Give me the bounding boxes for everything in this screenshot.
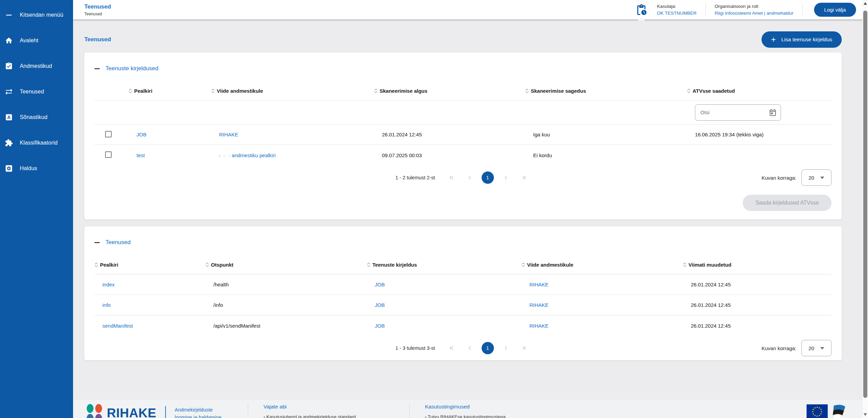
sidebar-item-collapse-menu[interactable]: Kitsendan menüü bbox=[0, 2, 73, 28]
filter-row bbox=[95, 101, 831, 124]
column-header-skaneerimise-algus[interactable]: Skaneerimise algus bbox=[374, 88, 525, 100]
column-label: Viimati muudetud bbox=[688, 262, 731, 268]
dataset-link[interactable]: RIHAKE bbox=[529, 282, 549, 287]
service-link[interactable]: sendManifest bbox=[102, 323, 133, 329]
brand-tagline: Andmekirjeldusteloomine ja haldamine bbox=[175, 406, 222, 418]
help-title[interactable]: Vajate abi bbox=[264, 404, 409, 410]
service-description-link[interactable]: JOB bbox=[137, 132, 146, 137]
column-header-viide[interactable]: Viide andmestikule bbox=[211, 88, 374, 100]
app-window: Kitsendan menüü Avaleht Andmestikud Teen… bbox=[0, 0, 868, 418]
row-checkbox[interactable] bbox=[105, 151, 112, 158]
column-header-viimati-muudetud[interactable]: Viimati muudetud bbox=[683, 262, 831, 274]
card-title[interactable]: Teenuste kirjeldused bbox=[105, 65, 158, 72]
endpoint-cell: /health bbox=[205, 282, 367, 287]
sidebar-item-label: Klassifikaatorid bbox=[20, 140, 58, 146]
clipboard-clock-icon bbox=[635, 4, 648, 16]
scrollbar-thumb[interactable] bbox=[863, 11, 867, 398]
table-row[interactable]: sendManifest /api/v1/sendManifest JOB RI… bbox=[95, 315, 831, 336]
scan-start-cell: 26.01.2024 12:45 bbox=[374, 132, 525, 137]
next-page-icon[interactable] bbox=[499, 171, 512, 184]
dataset-link[interactable]: t ·–· andmestiku pealkiri bbox=[219, 152, 275, 158]
add-button-label: Lisa teenuse kirjeldus bbox=[781, 36, 832, 43]
logout-button[interactable]: Logi välja bbox=[814, 3, 856, 17]
home-icon bbox=[4, 36, 13, 45]
calendar-icon[interactable] bbox=[769, 108, 777, 118]
last-page-icon[interactable] bbox=[517, 341, 531, 355]
prev-page-icon[interactable] bbox=[463, 171, 477, 184]
logo-dots-icon bbox=[87, 404, 102, 418]
scroll-up-icon[interactable] bbox=[864, 2, 867, 5]
first-page-icon[interactable] bbox=[445, 171, 458, 184]
page-number-button[interactable]: 1 bbox=[482, 171, 494, 184]
last-modified-cell: 26.01.2024 12:45 bbox=[683, 323, 831, 329]
sort-icon bbox=[522, 263, 525, 267]
sidebar-item-avaleht[interactable]: Avaleht bbox=[0, 28, 73, 53]
results-summary: 1 - 2 tulemust 2-st bbox=[395, 175, 435, 180]
table-header-row: Pealkiri Otspunkt Teenuste kirjeldus Vii… bbox=[95, 249, 831, 274]
letter-a-icon: A bbox=[4, 113, 13, 122]
column-header-skaneerimise-sagedus[interactable]: Skaneerimise sagedus bbox=[525, 88, 687, 100]
column-header-atvsse-saadetud[interactable]: ATVsse saadetud bbox=[687, 88, 831, 100]
page-number-button[interactable]: 1 bbox=[482, 342, 494, 354]
add-service-description-button[interactable]: + Lisa teenuse kirjeldus bbox=[762, 31, 842, 48]
svg-text:A: A bbox=[7, 115, 11, 120]
results-summary: 1 - 3 tulemust 3-st bbox=[395, 345, 435, 351]
table-row[interactable]: index /health JOB RIHAKE 26.01.2024 12:4… bbox=[95, 274, 831, 295]
per-page-select[interactable]: 20 bbox=[801, 340, 831, 356]
column-label: Otspunkt bbox=[211, 262, 233, 268]
user-label: Kasutaja: bbox=[657, 4, 697, 9]
services-card: Teenused Pealkiri Otspunkt Teenuste kirj… bbox=[84, 226, 842, 360]
sidebar-item-andmestikud[interactable]: Andmestikud bbox=[0, 53, 73, 79]
terms-title[interactable]: Kasutustingimused bbox=[425, 404, 807, 410]
sidebar-item-klassifikaatorid[interactable]: Klassifikaatorid bbox=[0, 130, 73, 155]
blurred-prefix: t ·– bbox=[219, 154, 226, 158]
sort-icon bbox=[683, 263, 686, 267]
clipboard-check-icon bbox=[4, 62, 13, 71]
send-to-atv-button[interactable]: Saada kirjeldused ATVsse bbox=[743, 195, 831, 211]
service-description-link[interactable]: JOB bbox=[375, 323, 385, 329]
collapse-section-icon[interactable] bbox=[95, 242, 100, 243]
eu-flag-icon bbox=[807, 404, 828, 418]
help-link[interactable]: › Kasutusjuhend ja andmekirjelduse stand… bbox=[264, 414, 409, 418]
table-row[interactable]: test t ·–· andmestiku pealkiri 09.07.202… bbox=[95, 145, 831, 165]
search-input[interactable] bbox=[695, 104, 781, 121]
service-description-link[interactable]: test bbox=[137, 152, 145, 158]
column-header-teenuste-kirjeldus[interactable]: Teenuste kirjeldus bbox=[367, 262, 522, 274]
dataset-link[interactable]: RIHAKE bbox=[529, 302, 549, 308]
per-page-select[interactable]: 20 bbox=[801, 169, 831, 186]
column-header-otspunkt[interactable]: Otspunkt bbox=[205, 262, 367, 274]
page-content: Teenused + Lisa teenuse kirjeldus Teenus… bbox=[73, 19, 868, 418]
service-description-link[interactable]: JOB bbox=[375, 302, 385, 308]
column-header-pealkiri[interactable]: Pealkiri bbox=[129, 88, 211, 100]
service-link[interactable]: index bbox=[102, 282, 115, 287]
sidebar-item-haldus[interactable]: Haldus bbox=[0, 155, 73, 181]
dataset-link[interactable]: RIHAKE bbox=[219, 132, 238, 137]
dataset-link[interactable]: RIHAKE bbox=[529, 323, 549, 329]
table-row[interactable]: info /info JOB RIHAKE 26.01.2024 12:45 bbox=[95, 295, 831, 315]
first-page-icon[interactable] bbox=[445, 341, 458, 355]
table-row[interactable]: JOB RIHAKE 26.01.2024 12:45 Iga kuu 16.0… bbox=[95, 124, 831, 145]
sidebar-item-sonastikud[interactable]: A Sõnastikud bbox=[0, 104, 73, 130]
service-link[interactable]: info bbox=[102, 302, 111, 308]
pending-actions-button[interactable] bbox=[635, 3, 648, 17]
collapse-section-icon[interactable] bbox=[95, 68, 100, 69]
column-header-pealkiri[interactable]: Pealkiri bbox=[95, 262, 205, 274]
user-name-link[interactable]: OK TESTNUMBER bbox=[657, 11, 697, 16]
footer-help-section: Vajate abi › Kasutusjuhend ja andmekirje… bbox=[248, 403, 409, 418]
org-label: Organisatsioon ja roll: bbox=[715, 4, 794, 9]
chevron-down-icon bbox=[820, 177, 824, 179]
row-checkbox[interactable] bbox=[105, 131, 112, 137]
prev-page-icon[interactable] bbox=[463, 341, 477, 355]
sidebar-item-teenused[interactable]: Teenused bbox=[0, 79, 73, 104]
scroll-down-icon[interactable] bbox=[864, 413, 867, 416]
rihake-logo: RIHAKE Andmekirjeldusteloomine ja haldam… bbox=[87, 403, 248, 418]
divider-dashed bbox=[802, 3, 803, 16]
vertical-scrollbar[interactable] bbox=[862, 0, 868, 418]
service-description-link[interactable]: JOB bbox=[375, 282, 385, 287]
next-page-icon[interactable] bbox=[499, 341, 512, 355]
last-page-icon[interactable] bbox=[517, 171, 531, 184]
card-title[interactable]: Teenused bbox=[105, 239, 131, 246]
terms-link[interactable]: › Tutvu RIHAKEse kasutustingimustega bbox=[425, 414, 807, 418]
org-role-link[interactable]: Riigi Infosüsteemi Amet | andmehaldur bbox=[715, 11, 794, 16]
column-header-viide[interactable]: Viide andmestikule bbox=[522, 262, 683, 274]
